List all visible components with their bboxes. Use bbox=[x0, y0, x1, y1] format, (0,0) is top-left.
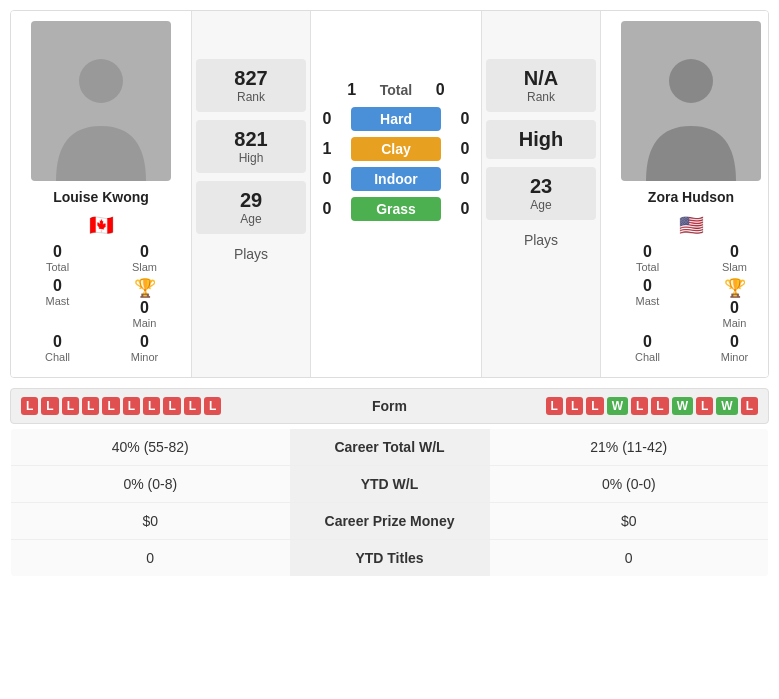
courts-section: 1 Total 0 0 Hard 0 1 Clay 0 0 Indoor 0 bbox=[311, 11, 481, 377]
players-section: Louise Kwong 🇨🇦 0 Total 0 Slam 0 Mast 🏆 … bbox=[10, 10, 769, 378]
player2-high-label-display: High bbox=[502, 128, 580, 151]
player1-minor-value: 0 bbox=[140, 333, 149, 351]
grass-badge: Grass bbox=[351, 197, 441, 221]
player2-stats: 0 Total 0 Slam 0 Mast 🏆 0 Main 0 bbox=[609, 243, 769, 363]
form-badge-p1: L bbox=[21, 397, 38, 415]
player2-chall-value: 0 bbox=[643, 333, 652, 351]
player2-age-label: Age bbox=[502, 198, 580, 212]
form-badge-p1: L bbox=[163, 397, 180, 415]
stat-right-2: $0 bbox=[490, 503, 769, 540]
form-badge-p1: L bbox=[204, 397, 221, 415]
player2-age-num: 23 bbox=[502, 175, 580, 198]
form-badge-p2: L bbox=[586, 397, 603, 415]
player2-form: LLLWLLWLWL bbox=[450, 397, 759, 415]
player1-slam-block: 0 Slam bbox=[106, 243, 183, 273]
stat-left-2: $0 bbox=[11, 503, 290, 540]
player2-trophy-block: 🏆 0 Main bbox=[696, 277, 769, 329]
player1-age-num: 29 bbox=[212, 189, 290, 212]
player1-age-label: Age bbox=[212, 212, 290, 226]
stat-left-0: 40% (55-82) bbox=[11, 429, 290, 466]
player1-main-label: Main bbox=[133, 317, 157, 329]
stats-row: $0Career Prize Money$0 bbox=[11, 503, 769, 540]
stats-row: 40% (55-82)Career Total W/L21% (11-42) bbox=[11, 429, 769, 466]
form-label: Form bbox=[330, 398, 450, 414]
player2-main-value: 0 bbox=[730, 299, 739, 317]
player2-rank-section: N/A Rank High 23 Age Plays bbox=[481, 11, 601, 377]
form-section: LLLLLLLLLL Form LLLWLLWLWL bbox=[10, 388, 769, 424]
form-badge-p2: L bbox=[651, 397, 668, 415]
player2-flag: 🇺🇸 bbox=[679, 213, 704, 237]
player1-slam-label: Slam bbox=[132, 261, 157, 273]
form-badge-p2: L bbox=[741, 397, 758, 415]
player2-mast-block: 0 Mast bbox=[609, 277, 686, 329]
player2-avatar bbox=[621, 21, 761, 181]
form-badge-p1: L bbox=[184, 397, 201, 415]
stat-center-1: YTD W/L bbox=[290, 466, 490, 503]
form-badge-p2: W bbox=[672, 397, 693, 415]
player2-rank-label: Rank bbox=[502, 90, 580, 104]
indoor-left-val: 0 bbox=[315, 170, 339, 188]
stats-table: 40% (55-82)Career Total W/L21% (11-42)0%… bbox=[10, 428, 769, 577]
form-badge-p1: L bbox=[102, 397, 119, 415]
player1-age-box: 29 Age bbox=[196, 181, 306, 234]
player1-stats: 0 Total 0 Slam 0 Mast 🏆 0 Main 0 bbox=[19, 243, 183, 363]
player1-card: Louise Kwong 🇨🇦 0 Total 0 Slam 0 Mast 🏆 … bbox=[11, 11, 191, 377]
stat-center-3: YTD Titles bbox=[290, 540, 490, 577]
stat-center-0: Career Total W/L bbox=[290, 429, 490, 466]
player1-form: LLLLLLLLLL bbox=[21, 397, 330, 415]
player2-rank-box: N/A Rank bbox=[486, 59, 596, 112]
form-badge-p1: L bbox=[123, 397, 140, 415]
clay-row: 1 Clay 0 bbox=[315, 137, 477, 161]
form-badge-p2: L bbox=[566, 397, 583, 415]
stat-right-1: 0% (0-0) bbox=[490, 466, 769, 503]
player2-high-box: High bbox=[486, 120, 596, 159]
stats-row: 0% (0-8)YTD W/L0% (0-0) bbox=[11, 466, 769, 503]
player2-mast-label: Mast bbox=[636, 295, 660, 307]
player2-total-value: 0 bbox=[643, 243, 652, 261]
player2-rank-num: N/A bbox=[502, 67, 580, 90]
grass-left-val: 0 bbox=[315, 200, 339, 218]
player2-slam-label: Slam bbox=[722, 261, 747, 273]
player2-slam-block: 0 Slam bbox=[696, 243, 769, 273]
svg-point-0 bbox=[79, 59, 123, 103]
clay-right-val: 0 bbox=[453, 140, 477, 158]
form-badge-p1: L bbox=[143, 397, 160, 415]
form-badge-p2: W bbox=[607, 397, 628, 415]
form-badge-p2: L bbox=[696, 397, 713, 415]
player1-mast-block: 0 Mast bbox=[19, 277, 96, 329]
player1-total-value: 0 bbox=[53, 243, 62, 261]
hard-left-val: 0 bbox=[315, 110, 339, 128]
player2-chall-block: 0 Chall bbox=[609, 333, 686, 363]
indoor-row: 0 Indoor 0 bbox=[315, 167, 477, 191]
grass-row: 0 Grass 0 bbox=[315, 197, 477, 221]
trophy-icon-left: 🏆 bbox=[134, 277, 156, 299]
grass-right-val: 0 bbox=[453, 200, 477, 218]
player1-rank-section: 827 Rank 821 High 29 Age Plays bbox=[191, 11, 311, 377]
player2-card: Zora Hudson 🇺🇸 0 Total 0 Slam 0 Mast 🏆 0 bbox=[601, 11, 769, 377]
player1-slam-value: 0 bbox=[140, 243, 149, 261]
player2-plays-label: Plays bbox=[524, 232, 558, 248]
form-badge-p1: L bbox=[41, 397, 58, 415]
player2-minor-value: 0 bbox=[730, 333, 739, 351]
total-row: 1 Total 0 bbox=[315, 81, 477, 99]
hard-badge: Hard bbox=[351, 107, 441, 131]
trophy-icon-right: 🏆 bbox=[724, 277, 746, 299]
player1-rank-num: 827 bbox=[212, 67, 290, 90]
player1-chall-value: 0 bbox=[53, 333, 62, 351]
player2-mast-value: 0 bbox=[643, 277, 652, 295]
player1-flag: 🇨🇦 bbox=[89, 213, 114, 237]
player1-rank-box: 827 Rank bbox=[196, 59, 306, 112]
stat-right-0: 21% (11-42) bbox=[490, 429, 769, 466]
form-badge-p2: L bbox=[631, 397, 648, 415]
player1-chall-block: 0 Chall bbox=[19, 333, 96, 363]
player2-age-box: 23 Age bbox=[486, 167, 596, 220]
player2-name: Zora Hudson bbox=[648, 189, 734, 205]
player1-total-label: Total bbox=[46, 261, 69, 273]
player2-main-label: Main bbox=[723, 317, 747, 329]
hard-right-val: 0 bbox=[453, 110, 477, 128]
player2-minor-label: Minor bbox=[721, 351, 749, 363]
player1-main-value: 0 bbox=[140, 299, 149, 317]
form-badge-p1: L bbox=[82, 397, 99, 415]
player2-slam-value: 0 bbox=[730, 243, 739, 261]
form-badge-p1: L bbox=[62, 397, 79, 415]
